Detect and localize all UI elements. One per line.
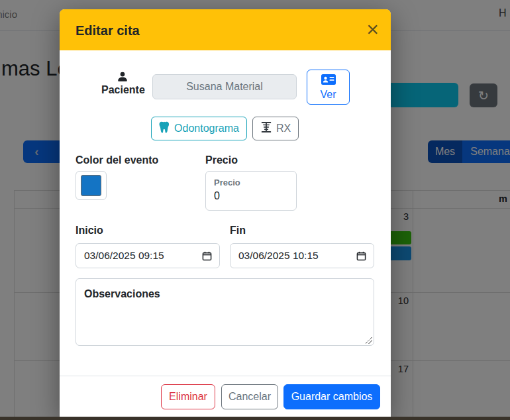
person-icon: [117, 71, 128, 85]
id-card-icon: [321, 74, 336, 88]
odontograma-label: Odontograma: [174, 123, 239, 134]
resize-handle[interactable]: [366, 337, 372, 344]
close-icon[interactable]: ×: [366, 15, 379, 44]
observations-label: Observaciones: [84, 288, 160, 300]
end-datetime-value: 03/06/2025 10:15: [238, 250, 319, 262]
price-inner-label: Precio: [214, 178, 240, 187]
end-datetime-input[interactable]: 03/06/2025 10:15: [230, 243, 374, 268]
rx-label: RX: [276, 123, 291, 134]
cancel-button[interactable]: Cancelar: [221, 384, 278, 409]
price-field[interactable]: Precio 0: [205, 171, 297, 211]
delete-button[interactable]: Eliminar: [161, 384, 215, 409]
price-label: Precio: [205, 154, 238, 166]
modal-title: Editar cita: [76, 23, 140, 38]
footer-divider: [60, 376, 391, 376]
tooth-icon: [159, 121, 170, 136]
modal-header: Editar cita ×: [60, 9, 391, 50]
color-swatch: [81, 175, 101, 196]
end-label: Fin: [230, 225, 246, 236]
patient-name-input[interactable]: [152, 74, 297, 99]
save-changes-button[interactable]: Guardar cambios: [283, 384, 380, 409]
view-patient-button[interactable]: Ver: [307, 70, 350, 105]
view-patient-label: Ver: [320, 89, 336, 101]
edit-appointment-modal: Editar cita × Paciente Ver Odon: [60, 9, 391, 417]
xray-icon: [260, 121, 272, 136]
calendar-icon[interactable]: [356, 251, 366, 264]
patient-label: Paciente: [101, 84, 145, 96]
rx-button[interactable]: RX: [252, 117, 299, 140]
calendar-icon[interactable]: [202, 251, 212, 264]
observations-textarea[interactable]: Observaciones: [76, 278, 374, 346]
start-datetime-value: 03/06/2025 09:15: [84, 250, 164, 262]
price-value: 0: [214, 190, 220, 202]
bottom-dark-bar: [0, 417, 510, 420]
event-color-picker[interactable]: [76, 171, 107, 200]
event-color-label: Color del evento: [76, 154, 158, 166]
odontograma-button[interactable]: Odontograma: [151, 117, 247, 140]
start-datetime-input[interactable]: 03/06/2025 09:15: [76, 243, 220, 268]
start-label: Inicio: [76, 225, 103, 236]
